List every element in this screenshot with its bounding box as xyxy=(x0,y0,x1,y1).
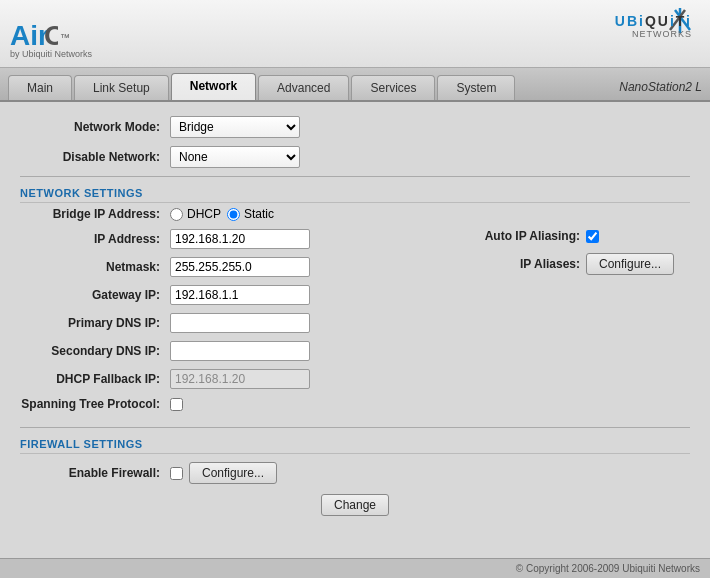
spanning-tree-checkbox[interactable] xyxy=(170,398,183,411)
spanning-tree-label: Spanning Tree Protocol: xyxy=(20,397,170,411)
ip-address-label: IP Address: xyxy=(20,232,170,246)
gateway-ip-input[interactable] xyxy=(170,285,310,305)
bridge-ip-row: Bridge IP Address: DHCP Static xyxy=(20,207,690,221)
dhcp-fallback-row: DHCP Fallback IP: xyxy=(20,369,470,389)
disable-network-row: Disable Network: None LAN WAN xyxy=(20,146,690,168)
ip-aliases-label: IP Aliases: xyxy=(470,257,580,271)
tab-services[interactable]: Services xyxy=(351,75,435,100)
footer: © Copyright 2006-2009 Ubiquiti Networks xyxy=(0,558,710,578)
secondary-dns-label: Secondary DNS IP: xyxy=(20,344,170,358)
static-radio-label: Static xyxy=(227,207,274,221)
bridge-ip-label: Bridge IP Address: xyxy=(20,207,170,221)
primary-dns-row: Primary DNS IP: xyxy=(20,313,470,333)
primary-dns-label: Primary DNS IP: xyxy=(20,316,170,330)
logo-area: Air OS ™ by Ubiquiti Networks xyxy=(10,15,92,59)
firewall-configure-button[interactable]: Configure... xyxy=(189,462,277,484)
static-label: Static xyxy=(244,207,274,221)
dhcp-radio[interactable] xyxy=(170,208,183,221)
trademark: ™ xyxy=(60,32,70,43)
ip-aliases-configure-button[interactable]: Configure... xyxy=(586,253,674,275)
tab-main[interactable]: Main xyxy=(8,75,72,100)
tab-network[interactable]: Network xyxy=(171,73,256,100)
static-radio[interactable] xyxy=(227,208,240,221)
svg-text:OS: OS xyxy=(44,20,58,51)
divider-2 xyxy=(20,427,690,428)
network-mode-select[interactable]: Bridge Router xyxy=(170,116,300,138)
gateway-ip-label: Gateway IP: xyxy=(20,288,170,302)
tabs-bar: Main Link Setup Network Advanced Service… xyxy=(0,68,710,102)
left-form: IP Address: Netmask: Gateway IP: Primary… xyxy=(20,229,470,419)
header: Air OS ™ by Ubiquiti Networks UBiQUiTi N… xyxy=(0,0,710,68)
dhcp-fallback-input[interactable] xyxy=(170,369,310,389)
ip-address-row: IP Address: xyxy=(20,229,470,249)
netmask-input[interactable] xyxy=(170,257,310,277)
auto-ip-aliasing-checkbox[interactable] xyxy=(586,230,599,243)
divider-1 xyxy=(20,176,690,177)
auto-ip-aliasing-label: Auto IP Aliasing: xyxy=(470,229,580,243)
disable-network-label: Disable Network: xyxy=(20,150,170,164)
gateway-ip-row: Gateway IP: xyxy=(20,285,470,305)
network-mode-control: Bridge Router xyxy=(170,116,300,138)
auto-ip-aliasing-row: Auto IP Aliasing: xyxy=(470,229,690,243)
enable-firewall-checkbox[interactable] xyxy=(170,467,183,480)
netmask-label: Netmask: xyxy=(20,260,170,274)
enable-firewall-label: Enable Firewall: xyxy=(20,466,170,480)
enable-firewall-control: Configure... xyxy=(170,462,277,484)
dhcp-fallback-label: DHCP Fallback IP: xyxy=(20,372,170,386)
tab-system[interactable]: System xyxy=(437,75,515,100)
change-button[interactable]: Change xyxy=(321,494,389,516)
ip-address-input[interactable] xyxy=(170,229,310,249)
disable-network-select[interactable]: None LAN WAN xyxy=(170,146,300,168)
bridge-ip-control: DHCP Static xyxy=(170,207,274,221)
primary-dns-input[interactable] xyxy=(170,313,310,333)
tabs-left: Main Link Setup Network Advanced Service… xyxy=(8,73,515,100)
secondary-dns-row: Secondary DNS IP: xyxy=(20,341,470,361)
right-form: Auto IP Aliasing: IP Aliases: Configure.… xyxy=(470,229,690,283)
ubiquiti-name: UBiQUiTi xyxy=(615,13,692,29)
tab-advanced[interactable]: Advanced xyxy=(258,75,349,100)
ubiquiti-logo: UBiQUiTi NETWORKS xyxy=(615,5,696,69)
enable-firewall-row: Enable Firewall: Configure... xyxy=(20,462,690,484)
dhcp-radio-label: DHCP xyxy=(170,207,221,221)
ubiquiti-networks-label: NETWORKS xyxy=(615,29,692,39)
change-button-row: Change xyxy=(20,494,690,516)
logo-subtitle: by Ubiquiti Networks xyxy=(10,49,92,59)
main-content: Network Mode: Bridge Router Disable Netw… xyxy=(0,102,710,578)
ip-aliases-row: IP Aliases: Configure... xyxy=(470,253,690,275)
dhcp-label: DHCP xyxy=(187,207,221,221)
disable-network-control: None LAN WAN xyxy=(170,146,300,168)
tab-link-setup[interactable]: Link Setup xyxy=(74,75,169,100)
network-settings-title: NETWORK SETTINGS xyxy=(20,187,690,203)
spanning-tree-row: Spanning Tree Protocol: xyxy=(20,397,470,411)
firewall-settings-title: FIREWALL SETTINGS xyxy=(20,438,690,454)
copyright-text: © Copyright 2006-2009 Ubiquiti Networks xyxy=(516,563,700,574)
airos-logo-icon: Air OS xyxy=(10,15,58,53)
network-mode-row: Network Mode: Bridge Router xyxy=(20,116,690,138)
device-label: NanoStation2 L xyxy=(619,80,702,100)
secondary-dns-input[interactable] xyxy=(170,341,310,361)
network-mode-label: Network Mode: xyxy=(20,120,170,134)
settings-main-row: IP Address: Netmask: Gateway IP: Primary… xyxy=(20,229,690,419)
netmask-row: Netmask: xyxy=(20,257,470,277)
